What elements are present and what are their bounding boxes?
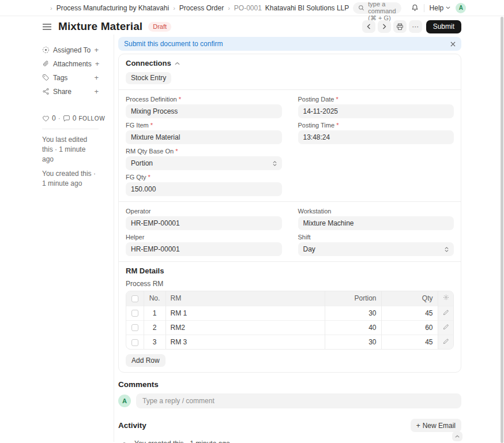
operator-input[interactable] [126, 216, 282, 230]
connections-section: Connections Stock Entry [119, 54, 461, 90]
app-logo-icon[interactable] [45, 4, 46, 12]
add-share-button[interactable]: + [94, 88, 99, 95]
field-process-definition: Process Definition * [126, 95, 282, 118]
add-row-button[interactable]: Add Row [126, 354, 166, 367]
process-rm-table: No. RM Portion Qty [126, 291, 454, 350]
new-email-button[interactable]: + New Email [411, 419, 461, 432]
plus-icon: + [416, 422, 420, 430]
edit-row-pencil-icon[interactable] [438, 320, 453, 335]
page-scrollbar[interactable] [501, 17, 503, 443]
add-assignment-button[interactable]: + [94, 46, 99, 54]
rm-details-section: RM Details Process RM No. RM Portion Qty [119, 262, 461, 372]
row-checkbox[interactable] [131, 339, 138, 346]
scrollbar-thumb[interactable] [501, 17, 503, 443]
close-icon[interactable] [450, 42, 456, 47]
scroll-to-top-button[interactable] [452, 431, 462, 441]
table-row: 3 RM 3 30 45 [126, 335, 453, 349]
add-attachment-button[interactable]: + [95, 60, 100, 67]
rm-cell[interactable]: RM 3 [166, 335, 325, 349]
helper-input[interactable] [126, 242, 282, 256]
grid-settings-gear-icon[interactable] [438, 291, 453, 306]
edit-row-pencil-icon[interactable] [438, 335, 453, 349]
rm-cell[interactable]: RM 1 [166, 306, 325, 320]
help-label: Help [430, 4, 444, 12]
activity-title: Activity [118, 421, 146, 430]
submit-button[interactable]: Submit [426, 20, 461, 33]
tag-icon [42, 74, 50, 81]
fg-qty-input[interactable] [126, 182, 282, 196]
rm-cell[interactable]: RM2 [166, 320, 325, 335]
field-fg-qty: FG Qty * [126, 172, 282, 196]
stock-entry-link[interactable]: Stock Entry [126, 72, 171, 84]
field-rm-qty-base-on: RM Qty Base On * Portion [126, 147, 282, 170]
select-chevrons-icon [273, 161, 277, 166]
main-fields-section: Process Definition * Posting Date * FG I… [119, 90, 461, 202]
sidebar-item-share[interactable]: Share + [42, 87, 99, 96]
process-rm-label: Process RM [126, 280, 454, 288]
breadcrumb-separator-icon: › [228, 5, 230, 12]
sidebar-item-label: Assigned To [53, 46, 91, 54]
portion-cell[interactable]: 40 [325, 320, 381, 335]
sidebar-item-tags[interactable]: Tags + [42, 73, 99, 82]
qty-cell[interactable]: 45 [381, 306, 438, 320]
fg-item-input[interactable] [126, 130, 282, 144]
posting-date-input[interactable] [298, 104, 454, 118]
add-tag-button[interactable]: + [94, 74, 99, 81]
breadcrumb-doc-id[interactable]: PO-0001 [234, 4, 262, 12]
qty-cell[interactable]: 60 [381, 320, 438, 335]
document-stats: 0 · 0 FOLLOW [42, 114, 99, 122]
user-avatar[interactable]: A [456, 3, 466, 13]
search-placeholder: Search or type a command (⌘ + G) [368, 0, 396, 22]
last-edited-text: You last edited this · 1 minute ago [42, 135, 99, 164]
more-actions-button[interactable]: ··· [409, 20, 422, 33]
global-search[interactable]: Search or type a command (⌘ + G) [353, 2, 401, 14]
row-checkbox[interactable] [131, 324, 138, 331]
qty-cell[interactable]: 45 [381, 335, 438, 349]
submit-alert: Submit this document to confirm [118, 37, 461, 51]
col-header-qty: Qty [381, 291, 438, 306]
process-definition-input[interactable] [126, 104, 282, 118]
sidebar-item-assigned-to[interactable]: Assigned To + [42, 45, 99, 55]
field-shift: Shift Day [298, 232, 454, 256]
edit-row-pencil-icon[interactable] [438, 306, 453, 320]
portion-cell[interactable]: 30 [325, 335, 381, 349]
follow-button[interactable]: FOLLOW [78, 115, 105, 122]
sidebar-item-label: Share [53, 88, 72, 96]
breadcrumb-separator-icon: › [173, 5, 175, 12]
activity-section: Activity + New Email You created this · … [118, 419, 461, 443]
breadcrumb-doc-title[interactable]: Khatavahi BI Solutions LLP [265, 4, 349, 12]
prev-document-button[interactable] [362, 20, 375, 33]
sidebar-item-attachments[interactable]: Attachments + [42, 59, 99, 69]
field-posting-time: Posting Time * [298, 121, 454, 144]
next-document-button[interactable] [378, 20, 391, 33]
comment-input[interactable] [136, 393, 461, 408]
workstation-input[interactable] [298, 216, 454, 230]
like-count: 0 [52, 114, 56, 122]
help-menu[interactable]: Help [430, 4, 451, 12]
notifications-bell-icon[interactable] [411, 4, 419, 12]
col-header-portion: Portion [325, 291, 381, 306]
page-header: Mixture Material Draft ··· Submit [0, 16, 504, 35]
breadcrumb-app[interactable]: Process Manufacturing by Khatavahi [57, 4, 169, 12]
form-sidebar: Assigned To + Attachments + Tags + Share… [42, 35, 114, 442]
page-title: Mixture Material [58, 20, 142, 33]
posting-time-input[interactable] [298, 130, 454, 144]
required-marker: * [151, 122, 153, 129]
heart-icon[interactable] [42, 115, 50, 122]
portion-cell[interactable]: 30 [325, 306, 381, 320]
field-workstation: Workstation [298, 207, 454, 230]
search-icon [358, 5, 364, 11]
comment-bubble-icon[interactable] [63, 115, 70, 122]
alert-message: Submit this document to confirm [124, 40, 223, 48]
rm-qty-base-on-select[interactable]: Portion [126, 156, 282, 170]
print-button[interactable] [393, 20, 407, 33]
row-number: 3 [144, 335, 166, 349]
shift-select[interactable]: Day [298, 242, 454, 256]
sidebar-toggle-icon[interactable] [42, 21, 52, 32]
breadcrumb-doctype[interactable]: Process Order [179, 4, 224, 12]
collapse-chevron-up-icon[interactable] [175, 62, 180, 65]
select-all-checkbox[interactable] [131, 295, 138, 302]
row-checkbox[interactable] [131, 310, 138, 317]
comments-section: Comments A [118, 380, 461, 408]
comment-count: 0 [73, 114, 77, 122]
